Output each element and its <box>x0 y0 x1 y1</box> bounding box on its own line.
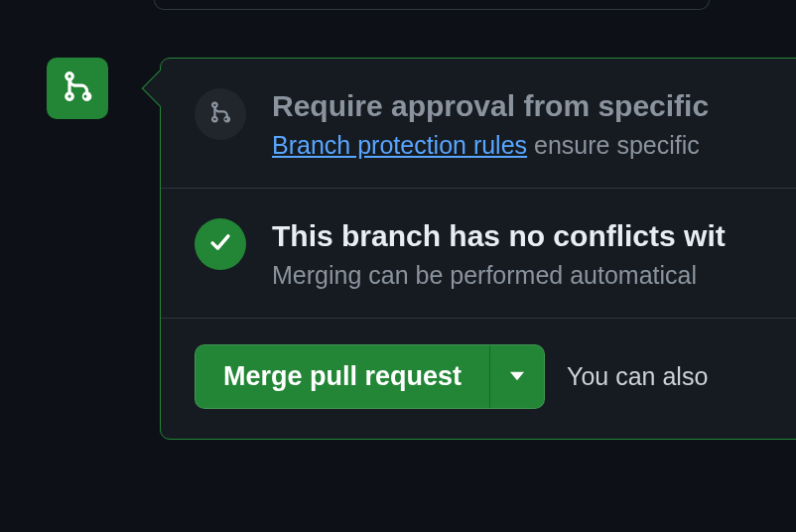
merge-footer: Merge pull request You can also <box>161 319 796 439</box>
merge-options-dropdown-button[interactable] <box>489 345 544 408</box>
footer-aside-text: You can also <box>567 362 708 391</box>
check-icon <box>206 228 234 260</box>
git-merge-icon <box>61 69 94 107</box>
git-merge-icon <box>208 100 232 128</box>
approval-section: Require approval from specific Branch pr… <box>161 59 796 189</box>
merge-status-badge <box>47 58 108 119</box>
merge-pull-request-button[interactable]: Merge pull request <box>196 345 489 408</box>
conflict-subtitle: Merging can be performed automatical <box>272 261 781 290</box>
status-circle-success <box>195 218 246 270</box>
conflict-section: This branch has no conflicts wit Merging… <box>161 189 796 319</box>
conflict-title: This branch has no conflicts wit <box>272 216 781 255</box>
caret-down-icon <box>510 369 524 384</box>
status-circle-approval <box>195 88 246 140</box>
approval-subtitle: Branch protection rules ensure specific <box>272 131 781 160</box>
merge-button-group: Merge pull request <box>195 344 545 409</box>
previous-card-edge <box>154 0 710 10</box>
approval-sub-rest: ensure specific <box>527 131 700 159</box>
branch-protection-link[interactable]: Branch protection rules <box>272 131 527 159</box>
merge-panel: Require approval from specific Branch pr… <box>160 58 796 440</box>
approval-title: Require approval from specific <box>272 86 781 125</box>
